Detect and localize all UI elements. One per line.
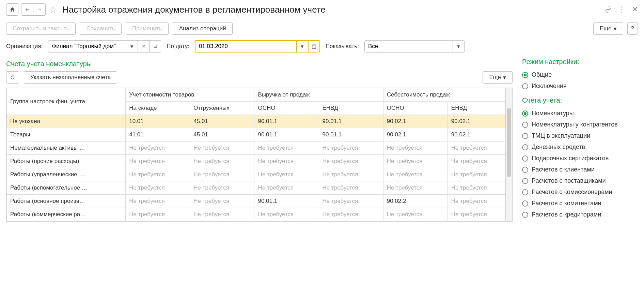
org-clear-button[interactable]: × [138, 40, 150, 53]
table-cell[interactable]: Не требуется [447, 141, 512, 155]
date-dropdown-button[interactable]: ▾ [297, 40, 309, 53]
table-row[interactable]: Работы (прочие расходы)Не требуетсяНе тр… [7, 155, 512, 168]
table-cell[interactable]: Не требуется [126, 181, 190, 195]
table-row[interactable]: Товары41.0145.0190.01.190.01.190.02.190.… [7, 128, 512, 141]
col-cost-shipped[interactable]: Отгруженных [190, 102, 254, 115]
table-cell[interactable]: Не требуется [447, 155, 512, 168]
accounts-table[interactable]: Группа настроек фин. учета Учет стоимост… [6, 88, 512, 221]
col-revenue[interactable]: Выручка от продаж [254, 88, 383, 102]
nav-forward-button[interactable] [33, 3, 46, 16]
col-cogs-osno[interactable]: ОСНО [383, 102, 447, 115]
org-field[interactable]: ▾ × [48, 40, 161, 53]
table-cell[interactable]: Не требуется [447, 168, 512, 181]
col-cogs-envd[interactable]: ЕНВД [447, 102, 512, 115]
table-cell[interactable]: Не требуется [447, 195, 512, 208]
table-cell[interactable]: 90.01.1 [319, 115, 383, 128]
more-button-top[interactable]: Еще ▾ [593, 23, 623, 35]
table-cell[interactable]: Работы (прочие расходы) [7, 155, 126, 168]
accounts-option[interactable]: Расчетов с клиентами [522, 164, 638, 175]
analyze-button[interactable]: Анализ операций [173, 23, 233, 35]
table-row[interactable]: Работы (управленческие …Не требуетсяНе т… [7, 168, 512, 181]
table-cell[interactable]: Не требуется [447, 181, 512, 195]
accounts-option[interactable]: Расчетов с комиссионерами [522, 186, 638, 198]
table-cell[interactable]: Работы (управленческие … [7, 168, 126, 181]
save-button[interactable]: Сохранить [80, 23, 121, 35]
col-cost[interactable]: Учет стоимости товаров [126, 88, 254, 102]
fill-unfilled-button[interactable]: Указать незаполненные счета [24, 71, 117, 84]
table-cell[interactable]: 41.01 [126, 128, 190, 141]
accounts-option[interactable]: ТМЦ в эксплуатации [522, 130, 638, 141]
table-cell[interactable]: 10.01 [126, 115, 190, 128]
org-open-button[interactable] [150, 40, 161, 53]
nav-back-button[interactable] [21, 3, 33, 16]
table-cell[interactable]: Не требуется [254, 141, 319, 155]
refresh-button[interactable] [6, 71, 19, 84]
table-cell[interactable]: Не требуется [126, 195, 190, 208]
col-cost-stock[interactable]: На складе [126, 102, 190, 115]
save-close-button[interactable]: Сохранить и закрыть [6, 23, 76, 35]
table-cell[interactable]: Не требуется [190, 195, 254, 208]
table-cell[interactable]: Не требуется [254, 208, 319, 221]
table-cell[interactable]: Не требуется [190, 141, 254, 155]
accounts-option[interactable]: Номенклатуры [522, 108, 638, 119]
table-cell[interactable]: Не требуется [126, 168, 190, 181]
help-button[interactable]: ? [627, 23, 638, 35]
table-row[interactable]: Нематериальные активы …Не требуетсяНе тр… [7, 141, 512, 155]
table-cell[interactable]: 90.01.1 [254, 195, 319, 208]
table-cell[interactable]: Не требуется [319, 141, 383, 155]
date-field[interactable]: ▾ [195, 40, 320, 53]
date-calendar-button[interactable] [309, 40, 320, 53]
show-dropdown-button[interactable]: ▾ [453, 40, 465, 53]
table-cell[interactable]: Не требуется [383, 181, 447, 195]
table-cell[interactable]: Не требуется [254, 155, 319, 168]
table-cell[interactable]: 90.02.1 [447, 115, 512, 128]
table-cell[interactable]: 90.02.1 [383, 115, 447, 128]
table-cell[interactable]: Не требуется [126, 208, 190, 221]
table-cell[interactable]: Не требуется [190, 168, 254, 181]
table-row[interactable]: Работы (основное произв…Не требуетсяНе т… [7, 195, 512, 208]
table-cell[interactable]: 90.01.1 [254, 128, 319, 141]
org-input[interactable] [48, 40, 126, 53]
table-cell[interactable]: Не требуется [254, 168, 319, 181]
table-row[interactable]: Не указана10.0145.0190.01.190.01.190.02.… [7, 115, 512, 128]
table-cell[interactable]: 90.02.2 [383, 195, 447, 208]
home-button[interactable] [6, 3, 18, 16]
table-cell[interactable]: Не требуется [190, 208, 254, 221]
table-more-button[interactable]: Еще ▾ [483, 71, 513, 84]
show-input[interactable] [364, 40, 453, 53]
table-cell[interactable]: Не требуется [319, 168, 383, 181]
table-cell[interactable]: 90.02.1 [447, 128, 512, 141]
table-row[interactable]: Работы (коммерческие ра…Не требуетсяНе т… [7, 208, 512, 221]
table-cell[interactable]: Не требуется [254, 181, 319, 195]
table-cell[interactable]: 45.01 [190, 128, 254, 141]
accounts-option[interactable]: Расчетов с кредиторами [522, 209, 638, 220]
table-cell[interactable]: Не требуется [383, 168, 447, 181]
kebab-menu-icon[interactable]: ⋮ [618, 5, 626, 14]
accounts-option[interactable]: Номенклатуры у контрагентов [522, 119, 638, 130]
accounts-option[interactable]: Расчетов с комитентами [522, 198, 638, 209]
table-cell[interactable]: 90.01.1 [319, 128, 383, 141]
link-icon[interactable] [604, 6, 612, 13]
table-cell[interactable]: Не требуется [319, 181, 383, 195]
org-dropdown-button[interactable]: ▾ [126, 40, 138, 53]
table-cell[interactable]: Не требуется [126, 141, 190, 155]
col-cogs[interactable]: Себестоимость продаж [383, 88, 512, 102]
col-rev-osno[interactable]: ОСНО [254, 102, 319, 115]
table-cell[interactable]: 45.01 [190, 115, 254, 128]
table-cell[interactable]: Не требуется [383, 208, 447, 221]
show-field[interactable]: ▾ [364, 40, 465, 53]
table-cell[interactable]: Не требуется [383, 141, 447, 155]
vertical-scrollbar[interactable] [505, 88, 512, 221]
table-cell[interactable]: Не требуется [126, 155, 190, 168]
col-group[interactable]: Группа настроек фин. учета [7, 88, 126, 115]
table-cell[interactable]: Не требуется [190, 181, 254, 195]
table-cell[interactable]: Нематериальные активы … [7, 141, 126, 155]
date-input[interactable] [195, 40, 297, 53]
table-cell[interactable]: Не требуется [383, 155, 447, 168]
table-cell[interactable]: Не требуется [319, 208, 383, 221]
accounts-option[interactable]: Денежных средств [522, 141, 638, 153]
close-icon[interactable]: ✕ [632, 5, 638, 14]
table-row[interactable]: Работы (вспомогательное …Не требуетсяНе … [7, 181, 512, 195]
scrollbar-thumb[interactable] [507, 108, 511, 177]
favorite-star-icon[interactable]: ☆ [48, 4, 58, 16]
